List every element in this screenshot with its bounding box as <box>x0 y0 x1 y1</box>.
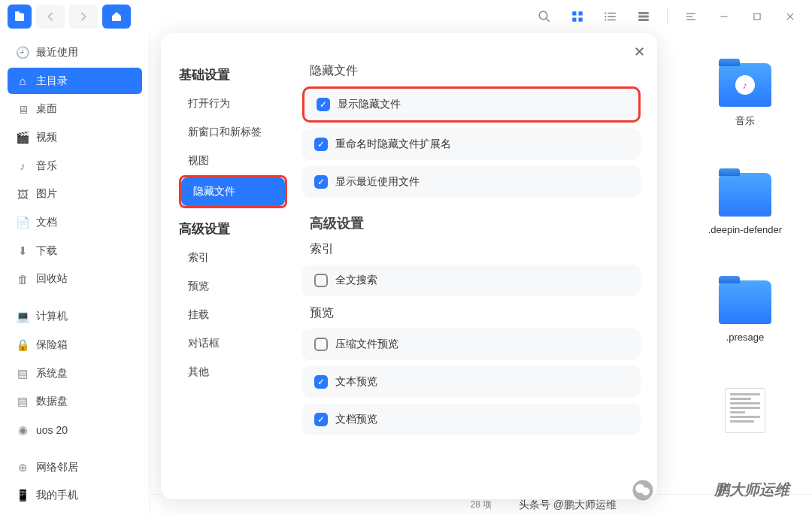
detail-view-icon[interactable] <box>629 5 658 29</box>
sidebar-item-phone[interactable]: 📱我的手机 <box>8 482 142 509</box>
sidebar-item-label: 我的手机 <box>36 489 78 502</box>
doc-icon: 📄 <box>17 217 29 229</box>
checkbox-icon <box>314 338 328 351</box>
disk-icon: ▤ <box>17 368 29 380</box>
checkbox-icon <box>314 274 328 287</box>
sidebar-item-desktop[interactable]: 🖥桌面 <box>8 95 142 123</box>
settings-nav-hidden-files[interactable]: 隐藏文件 <box>181 177 285 206</box>
vault-icon: 🔒 <box>17 339 29 351</box>
watermark-subtext: 头条号 @鹏大师运维 <box>519 498 617 512</box>
trash-icon: 🗑 <box>17 273 29 285</box>
section-title-preview: 预览 <box>310 305 641 321</box>
sidebar-item-label: 图片 <box>36 187 57 201</box>
checkbox-icon: ✓ <box>314 138 328 151</box>
back-button[interactable] <box>36 5 65 29</box>
sidebar-item-label: uos 20 <box>36 424 68 436</box>
sidebar-item-label: 系统盘 <box>36 367 68 380</box>
settings-nav: 基础设置 打开行为 新窗口和新标签 视图 隐藏文件 高级设置 索引 预览 挂载 … <box>161 33 296 499</box>
option-label: 文本预览 <box>335 375 377 389</box>
svg-rect-16 <box>638 19 649 21</box>
sidebar-item-data-disk[interactable]: ▤数据盘 <box>8 388 142 415</box>
folder-icon <box>719 280 771 324</box>
sidebar-item-label: 视频 <box>36 131 57 144</box>
maximize-button[interactable] <box>743 5 771 29</box>
sidebar-item-label: 网络邻居 <box>36 461 78 474</box>
sidebar-item-label: 计算机 <box>36 310 68 323</box>
svg-point-13 <box>604 19 606 20</box>
svg-point-26 <box>642 487 650 495</box>
close-button[interactable] <box>776 5 804 29</box>
section-title-advanced: 高级设置 <box>310 214 641 232</box>
close-icon[interactable]: ✕ <box>634 44 645 60</box>
svg-rect-14 <box>638 12 649 14</box>
svg-rect-5 <box>579 11 583 15</box>
settings-dialog: ✕ 基础设置 打开行为 新窗口和新标签 视图 隐藏文件 高级设置 索引 预览 挂… <box>161 33 657 499</box>
svg-line-3 <box>546 18 550 22</box>
sidebar-item-videos[interactable]: 🎬视频 <box>8 124 142 151</box>
settings-content: 隐藏文件 ✓ 显示隐藏文件 ✓ 重命名时隐藏文件扩展名 ✓ 显示最近使用文件 高… <box>296 33 657 499</box>
sidebar-item-label: 回收站 <box>36 272 68 286</box>
section-title-hidden-files: 隐藏文件 <box>310 63 641 79</box>
clock-icon: 🕘 <box>17 47 29 59</box>
search-icon[interactable] <box>530 5 559 29</box>
settings-nav-dialog[interactable]: 对话框 <box>176 329 287 358</box>
sidebar-item-system-disk[interactable]: ▤系统盘 <box>8 360 142 387</box>
file-item[interactable]: ♪ 音乐 <box>719 63 771 128</box>
sidebar-item-network[interactable]: ⊕网络邻居 <box>8 454 142 481</box>
sidebar-item-computer[interactable]: 💻计算机 <box>8 303 142 330</box>
option-document-preview[interactable]: ✓ 文档预览 <box>302 404 641 435</box>
file-name: .deepin-defender <box>708 224 782 235</box>
settings-nav-index[interactable]: 索引 <box>176 244 287 272</box>
disc-icon: ◉ <box>17 424 29 436</box>
checkbox-icon: ✓ <box>314 175 328 189</box>
sidebar-item-vault[interactable]: 🔒保险箱 <box>8 332 142 359</box>
sidebar-item-trash[interactable]: 🗑回收站 <box>8 266 142 293</box>
option-archive-preview[interactable]: 压缩文件预览 <box>302 329 641 360</box>
image-icon: 🖼 <box>17 188 29 200</box>
svg-rect-21 <box>754 14 760 20</box>
sidebar-item-home[interactable]: ⌂主目录 <box>8 68 142 95</box>
option-show-hidden-files[interactable]: ✓ 显示隐藏文件 <box>302 86 641 123</box>
settings-nav-preview[interactable]: 预览 <box>176 272 287 301</box>
settings-nav-view[interactable]: 视图 <box>176 147 287 175</box>
sidebar-item-music[interactable]: ♪音乐 <box>8 153 142 180</box>
svg-point-11 <box>604 12 606 14</box>
sidebar-item-label: 下载 <box>36 244 57 258</box>
settings-nav-other[interactable]: 其他 <box>176 358 287 386</box>
grid-view-icon[interactable] <box>563 5 592 29</box>
folder-icon: ♪ <box>719 63 771 107</box>
option-text-preview[interactable]: ✓ 文本预览 <box>302 366 641 398</box>
settings-nav-new-window[interactable]: 新窗口和新标签 <box>176 118 287 147</box>
sidebar-item-label: 数据盘 <box>36 395 68 408</box>
option-show-recent-files[interactable]: ✓ 显示最近使用文件 <box>302 166 641 198</box>
option-hide-extension-on-rename[interactable]: ✓ 重命名时隐藏文件扩展名 <box>302 129 641 160</box>
settings-nav-open-behavior[interactable]: 打开行为 <box>176 89 287 118</box>
titlebar <box>0 0 812 33</box>
checkbox-icon: ✓ <box>314 375 328 389</box>
option-fulltext-search[interactable]: 全文搜索 <box>302 265 641 296</box>
sidebar-item-recent[interactable]: 🕘最近使用 <box>8 39 142 66</box>
network-icon: ⊕ <box>17 462 29 474</box>
sidebar-item-pictures[interactable]: 🖼图片 <box>8 181 142 208</box>
sidebar-item-uos20[interactable]: ◉uos 20 <box>8 417 142 444</box>
forward-button[interactable] <box>69 5 98 29</box>
folder-icon <box>719 173 771 217</box>
home-button[interactable] <box>102 5 131 29</box>
checkbox-icon: ✓ <box>317 98 330 111</box>
file-item[interactable] <box>725 388 765 433</box>
computer-icon: 💻 <box>17 311 29 323</box>
music-icon: ♪ <box>17 160 29 172</box>
settings-nav-mount[interactable]: 挂载 <box>176 301 287 329</box>
sidebar-item-label: 保险箱 <box>36 338 68 352</box>
svg-rect-15 <box>638 16 649 18</box>
minimize-button[interactable] <box>710 5 738 29</box>
sidebar-item-downloads[interactable]: ⬇下载 <box>8 238 142 265</box>
svg-rect-1 <box>15 11 20 14</box>
file-item[interactable]: .presage <box>719 280 771 343</box>
option-label: 全文搜索 <box>335 274 377 287</box>
menu-icon[interactable] <box>677 5 705 29</box>
file-item[interactable]: .deepin-defender <box>708 173 782 235</box>
list-view-icon[interactable] <box>596 5 625 29</box>
file-name: 音乐 <box>735 114 755 128</box>
sidebar-item-documents[interactable]: 📄文档 <box>8 209 142 236</box>
